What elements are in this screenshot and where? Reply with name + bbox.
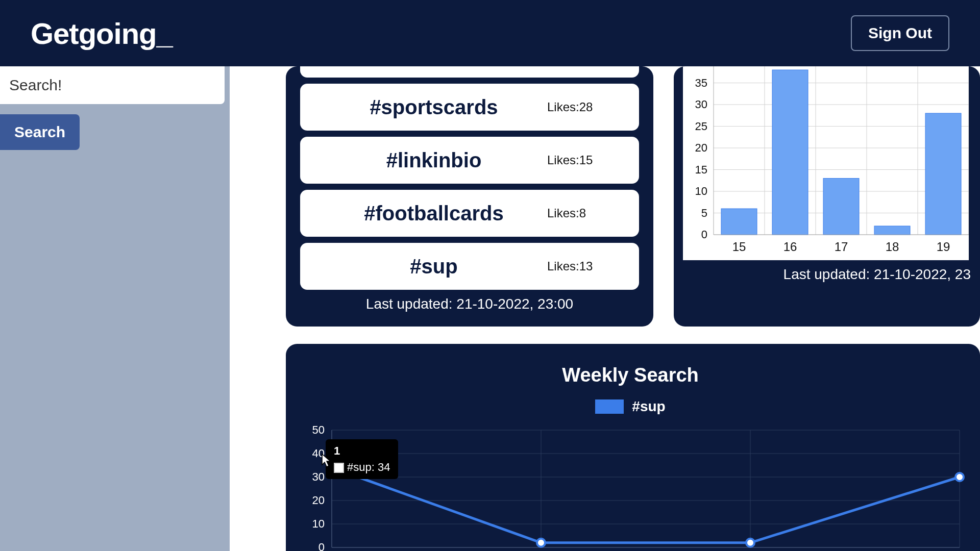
svg-text:15: 15: [695, 163, 707, 176]
app-header: Getgoing_ Sign Out: [0, 0, 980, 66]
svg-text:35: 35: [695, 77, 707, 89]
search-input[interactable]: [0, 66, 225, 104]
chart-title: Weekly Search: [301, 364, 960, 386]
legend-label: #sup: [632, 398, 665, 415]
hashtag-name: #linkinbio: [321, 149, 547, 172]
svg-text:10: 10: [312, 517, 325, 530]
content-area: Search #sportscards Likes:28 #linkinbio …: [0, 66, 980, 551]
chart-legend: #sup: [301, 398, 960, 415]
svg-text:30: 30: [695, 98, 707, 111]
svg-text:5: 5: [701, 207, 707, 219]
legend-swatch-icon: [595, 399, 624, 414]
sign-out-button[interactable]: Sign Out: [851, 15, 949, 51]
svg-point-59: [746, 539, 754, 547]
last-updated-label: Last updated: 21-10-2022, 23:00: [300, 296, 639, 312]
likes-count: Likes:13: [547, 259, 619, 273]
svg-text:30: 30: [312, 470, 325, 483]
svg-point-60: [955, 473, 964, 481]
svg-text:17: 17: [835, 240, 848, 254]
last-updated-label: Last updated: 21-10-2022, 23: [688, 266, 971, 283]
svg-text:50: 50: [312, 425, 325, 436]
likes-count: Likes:28: [547, 100, 619, 114]
list-item: [300, 66, 639, 78]
line-chart: 010203040501234 1 #sup: 34: [301, 425, 960, 551]
svg-text:40: 40: [695, 66, 707, 67]
svg-text:20: 20: [312, 494, 325, 507]
likes-count: Likes:15: [547, 153, 619, 167]
svg-text:18: 18: [886, 240, 899, 254]
likes-count: Likes:8: [547, 206, 619, 220]
list-item[interactable]: #sportscards Likes:28: [300, 84, 639, 131]
tooltip-value: #sup: 34: [347, 461, 390, 473]
list-item[interactable]: #linkinbio Likes:15: [300, 137, 639, 184]
bar-chart: 05101520253035401516171819: [683, 66, 969, 260]
tooltip-swatch-icon: [334, 463, 344, 473]
main-panel: #sportscards Likes:28 #linkinbio Likes:1…: [230, 66, 980, 551]
svg-text:20: 20: [695, 141, 707, 154]
hashtag-name: #sportscards: [321, 96, 547, 119]
svg-text:10: 10: [695, 185, 707, 197]
svg-text:15: 15: [732, 240, 746, 254]
weekly-search-card: Weekly Search #sup 010203040501234 1 #su…: [286, 344, 980, 551]
svg-text:0: 0: [318, 541, 325, 551]
list-item[interactable]: #footballcards Likes:8: [300, 190, 639, 237]
list-item[interactable]: #sup Likes:13: [300, 243, 639, 290]
search-button[interactable]: Search: [0, 114, 80, 150]
tooltip-index: 1: [334, 444, 390, 458]
svg-rect-27: [874, 226, 910, 235]
svg-text:40: 40: [312, 447, 325, 460]
svg-rect-18: [721, 209, 757, 235]
hashtag-name: #footballcards: [321, 202, 547, 225]
hashtag-likes-card: #sportscards Likes:28 #linkinbio Likes:1…: [286, 66, 653, 327]
sidebar: Search: [0, 66, 230, 551]
svg-rect-30: [925, 113, 961, 235]
app-logo: Getgoing_: [31, 16, 173, 51]
svg-rect-24: [823, 179, 859, 235]
svg-text:19: 19: [937, 240, 950, 254]
svg-point-58: [537, 539, 545, 547]
chart-tooltip: 1 #sup: 34: [326, 439, 398, 479]
bar-chart-card: 05101520253035401516171819 Last updated:…: [674, 66, 980, 327]
hashtag-name: #sup: [321, 255, 547, 278]
svg-text:25: 25: [695, 120, 707, 133]
svg-text:16: 16: [783, 240, 797, 254]
svg-rect-21: [772, 70, 808, 235]
svg-text:0: 0: [701, 228, 707, 241]
